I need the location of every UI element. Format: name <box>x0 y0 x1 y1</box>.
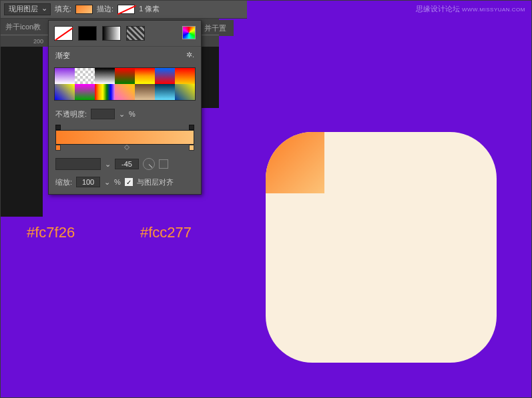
gradient-type-dropdown[interactable] <box>55 158 101 170</box>
preset-swatch[interactable] <box>115 68 135 84</box>
tab-title[interactable]: 并干icon教 <box>5 22 41 32</box>
watermark-en: WWW.MISSYUAN.COM <box>462 7 525 13</box>
tab-fragment: 并干置 <box>202 20 234 36</box>
scale-row: 缩放: 100 ⌄ % ✓ 与图层对齐 <box>49 174 201 194</box>
preset-swatch[interactable] <box>175 84 195 100</box>
watermark-cn: 思缘设计论坛 <box>416 5 460 13</box>
color-picker-icon[interactable] <box>182 26 196 39</box>
gear-icon[interactable]: ✲. <box>186 51 194 61</box>
preset-swatch[interactable] <box>135 68 155 84</box>
angle-dial[interactable] <box>143 158 155 170</box>
preset-swatch[interactable] <box>55 68 75 84</box>
fill-type-row <box>49 21 201 47</box>
options-toolbar: 现用图层 填充: 描边: 1 像素 <box>0 0 247 19</box>
preset-swatch[interactable] <box>135 84 155 100</box>
gradient-editor <box>49 121 201 154</box>
hex-color-1: #fc7f26 <box>27 224 75 241</box>
preset-swatch[interactable] <box>95 68 115 84</box>
percent-label: % <box>129 110 136 118</box>
canvas-gray <box>0 47 43 217</box>
opacity-input[interactable] <box>91 109 115 119</box>
tab-fragment-text: 并干置 <box>204 23 226 33</box>
chevron-down-icon[interactable]: ⌄ <box>119 110 125 119</box>
gradient-title: 渐变 <box>55 51 70 61</box>
gradient-presets <box>54 67 196 101</box>
stroke-width: 1 像素 <box>139 4 160 14</box>
stroke-swatch[interactable] <box>117 5 135 14</box>
scale-label: 缩放: <box>55 177 72 187</box>
no-fill-button[interactable] <box>54 26 73 41</box>
opacity-row: 不透明度: ⌄ % <box>49 106 201 121</box>
chevron-down-icon[interactable]: ⌄ <box>105 160 111 169</box>
preset-swatch[interactable] <box>95 84 115 100</box>
canvas-edge <box>43 47 47 217</box>
midpoint-handle[interactable] <box>124 145 129 150</box>
hex-color-2: #fcc277 <box>140 224 192 241</box>
preset-swatch[interactable] <box>55 84 75 100</box>
gradient-header: 渐变 ✲. <box>49 47 201 65</box>
angle-row: ⌄ -45 <box>49 154 201 174</box>
color-stop[interactable] <box>55 145 61 151</box>
canvas-fragment <box>202 36 219 108</box>
gradient-bar[interactable] <box>55 130 194 145</box>
watermark: 思缘设计论坛 WWW.MISSYUAN.COM <box>416 4 525 14</box>
opacity-stop[interactable] <box>55 125 61 130</box>
preset-swatch[interactable] <box>75 84 95 100</box>
gradient-fill-button[interactable] <box>102 26 121 41</box>
opacity-label: 不透明度: <box>55 109 87 119</box>
scale-input[interactable]: 100 <box>76 177 100 187</box>
chevron-down-icon[interactable]: ⌄ <box>104 178 110 187</box>
angle-input[interactable]: -45 <box>115 159 139 169</box>
preset-swatch[interactable] <box>155 68 175 84</box>
preset-swatch[interactable] <box>155 84 175 100</box>
percent-label: % <box>114 178 121 186</box>
layer-mode-dropdown[interactable]: 现用图层 <box>4 3 51 15</box>
color-stop[interactable] <box>189 145 194 151</box>
ruler-tick: 200 <box>33 38 43 45</box>
fill-swatch[interactable] <box>75 5 93 14</box>
preset-swatch[interactable] <box>115 84 135 100</box>
align-label: 与图层对齐 <box>137 177 174 187</box>
align-checkbox[interactable]: ✓ <box>125 178 133 186</box>
preset-swatch[interactable] <box>75 68 95 84</box>
gradient-corner <box>266 132 324 193</box>
opacity-stop[interactable] <box>189 125 194 130</box>
pattern-fill-button[interactable] <box>126 26 145 41</box>
stroke-label: 描边: <box>97 4 113 14</box>
reverse-icon[interactable] <box>159 159 168 169</box>
solid-fill-button[interactable] <box>78 26 97 41</box>
gradient-panel: 渐变 ✲. 不透明度: ⌄ % <box>48 20 202 195</box>
fill-label: 填充: <box>55 4 71 14</box>
preset-swatch[interactable] <box>175 68 195 84</box>
icon-preview <box>266 132 497 363</box>
